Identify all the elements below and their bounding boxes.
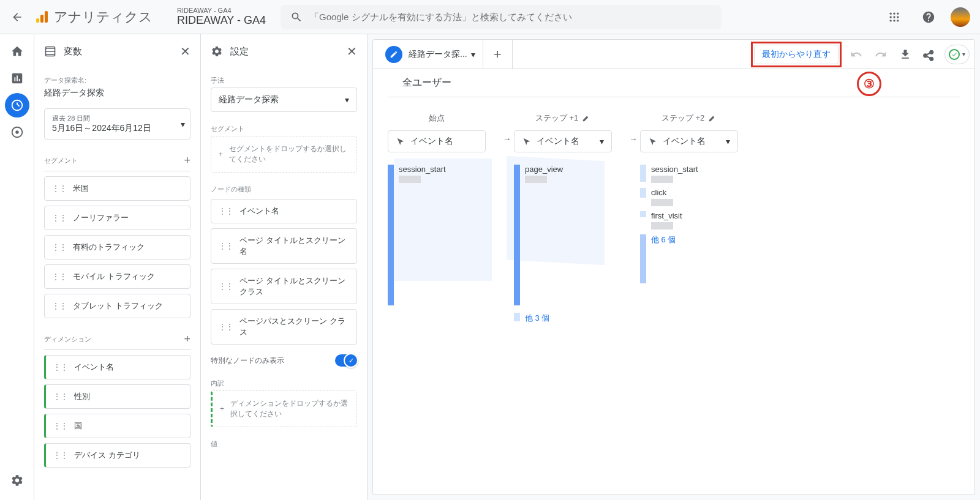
path-node[interactable]: session_start (388, 165, 486, 305)
segment-chip[interactable]: ⋮⋮タブレット トラフィック (44, 294, 190, 318)
add-segment-icon[interactable]: + (184, 154, 190, 167)
step-plus2-selector[interactable]: イベント名 ▾ (640, 130, 738, 152)
dimension-chip[interactable]: ⋮⋮国 (44, 414, 190, 438)
node-type-chip[interactable]: ⋮⋮ページパスとスクリーン クラス (211, 309, 357, 345)
search-bar[interactable] (281, 5, 722, 29)
product-logo[interactable]: アナリティクス (34, 8, 153, 26)
dimensions-label: ディメンション (44, 335, 91, 344)
nav-rail (0, 34, 34, 500)
path-node[interactable]: 他 3 個 (514, 313, 612, 324)
node-bar (640, 211, 646, 217)
segments-dropzone[interactable]: + セグメントをドロップするか選択してください (211, 136, 357, 173)
property-breadcrumb[interactable]: RIDEAWAY - GA4 RIDEAWAY - GA4 (177, 7, 266, 27)
exploration-tab[interactable]: 経路データ探... ▾ (378, 40, 483, 69)
technique-dropdown[interactable]: 経路データ探索 ▾ (211, 88, 357, 112)
dimension-chip[interactable]: ⋮⋮デバイス カテゴリ (44, 443, 190, 468)
grip-icon: ⋮⋮ (52, 185, 67, 192)
tab-name: 経路データ探... (409, 49, 467, 60)
add-dimension-icon[interactable]: + (184, 333, 190, 346)
close-settings-icon[interactable]: ✕ (347, 44, 357, 59)
path-node[interactable]: first_visit (640, 211, 738, 229)
node-label: page_view (525, 165, 563, 183)
cursor-icon (648, 136, 658, 146)
breadcrumb-account: RIDEAWAY - GA4 (177, 7, 266, 14)
caret-down-icon: ▾ (471, 50, 475, 59)
add-tab-button[interactable]: + (483, 40, 513, 69)
segment-chip[interactable]: ⋮⋮有料のトラフィック (44, 235, 190, 259)
svg-point-8 (897, 16, 899, 18)
node-type-chip[interactable]: ⋮⋮イベント名 (211, 199, 357, 223)
analytics-logo-icon (34, 10, 49, 24)
node-type-label: ノードの種類 (211, 185, 357, 194)
technique-label: 手法 (211, 76, 357, 85)
step-plus1-selector[interactable]: イベント名 ▾ (514, 130, 612, 152)
nav-advertising[interactable] (5, 120, 29, 144)
path-node[interactable]: session_start (640, 165, 738, 183)
grip-icon: ⋮⋮ (53, 364, 68, 371)
caret-down-icon: ▾ (600, 136, 604, 146)
dimension-chip[interactable]: ⋮⋮性別 (44, 384, 190, 409)
nav-reports[interactable] (5, 66, 29, 91)
svg-point-3 (890, 12, 892, 14)
undo-icon[interactable] (846, 45, 866, 64)
unique-nodes-toggle[interactable] (335, 354, 357, 367)
grip-icon: ⋮⋮ (52, 302, 67, 310)
download-icon[interactable] (895, 45, 915, 64)
variables-panel: 変数 ✕ データ探索名: 経路データ探索 過去 28 日間 5月16日～2024… (34, 34, 201, 500)
step-plus2-label: ステップ +2 (662, 113, 704, 124)
node-label: click (651, 188, 673, 206)
back-arrow-icon[interactable] (10, 10, 24, 24)
apps-icon[interactable] (882, 5, 907, 29)
node-type-chip[interactable]: ⋮⋮ページ タイトルとスクリーン クラス (211, 269, 357, 304)
node-bar (640, 188, 646, 198)
nav-explore[interactable] (5, 93, 29, 118)
svg-rect-0 (36, 18, 39, 23)
status-dropdown[interactable]: ▾ (944, 45, 970, 64)
path-node[interactable]: click (640, 188, 738, 206)
node-label: 他 3 個 (525, 313, 549, 324)
node-type-chip[interactable]: ⋮⋮ページ タイトルとスクリーン名 (211, 228, 357, 264)
settings-title: 設定 (230, 46, 249, 58)
close-variables-icon[interactable]: ✕ (180, 44, 190, 59)
date-range-value: 5月16日～2024年6月12日 (52, 123, 183, 134)
edit-icon[interactable] (582, 114, 590, 122)
segment-chip[interactable]: ⋮⋮ノーリファラー (44, 206, 190, 230)
settings-panel: 設定 ✕ 手法 経路データ探索 ▾ セグメント + セグメントをドロップするか選… (201, 34, 368, 500)
nav-admin[interactable] (5, 468, 29, 493)
svg-rect-2 (45, 11, 48, 23)
step-plus1-label: ステップ +1 (535, 113, 578, 124)
redo-icon[interactable] (871, 45, 891, 64)
dimension-chip[interactable]: ⋮⋮イベント名 (44, 355, 190, 379)
svg-point-10 (893, 20, 895, 21)
app-header: アナリティクス RIDEAWAY - GA4 RIDEAWAY - GA4 (0, 0, 980, 34)
reset-button[interactable]: 最初からやり直す (754, 45, 839, 64)
cursor-icon (522, 136, 532, 146)
path-node[interactable]: 他 6 個 (640, 234, 738, 283)
grip-icon: ⋮⋮ (53, 452, 68, 459)
nav-home[interactable] (5, 39, 29, 64)
breakdown-dropzone[interactable]: + ディメンションをドロップするか選択してください (211, 390, 357, 427)
grip-icon: ⋮⋮ (219, 207, 233, 215)
svg-point-5 (897, 12, 899, 14)
step-start-selector[interactable]: イベント名 (388, 130, 486, 152)
segment-chip[interactable]: ⋮⋮米国 (44, 176, 190, 201)
settings-segments-label: セグメント (211, 124, 357, 133)
date-range-selector[interactable]: 過去 28 日間 5月16日～2024年6月12日 ▾ (44, 108, 190, 140)
grip-icon: ⋮⋮ (53, 422, 68, 430)
caret-down-icon: ▾ (181, 119, 185, 129)
svg-point-11 (897, 20, 899, 21)
technique-value: 経路データ探索 (219, 94, 279, 105)
node-label: first_visit (651, 211, 682, 229)
edit-icon[interactable] (708, 114, 717, 122)
help-icon[interactable] (916, 5, 941, 29)
exploration-name[interactable]: 経路データ探索 (44, 88, 190, 99)
variables-icon (44, 45, 56, 58)
caret-down-icon: ▾ (345, 95, 349, 105)
user-avatar[interactable] (951, 7, 970, 27)
segment-chip[interactable]: ⋮⋮モバイル トラフィック (44, 264, 190, 289)
node-bar (640, 234, 646, 283)
node-label: 他 6 個 (651, 234, 676, 245)
path-node[interactable]: page_view (514, 165, 612, 305)
search-input[interactable] (310, 12, 712, 22)
share-icon[interactable] (920, 45, 940, 64)
